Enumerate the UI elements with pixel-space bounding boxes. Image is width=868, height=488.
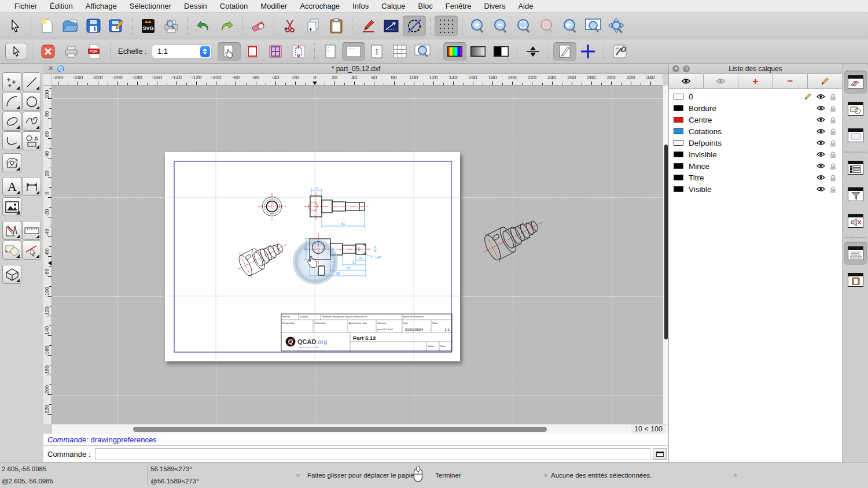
layer-row-cotations[interactable]: Cotations: [669, 125, 842, 137]
line-tool-button[interactable]: [22, 72, 41, 91]
layer-color-swatch[interactable]: [674, 163, 683, 169]
layer-row-bordure[interactable]: Bordure: [669, 102, 842, 114]
multi-page-button[interactable]: [388, 42, 411, 61]
close-preview-button[interactable]: [36, 42, 60, 61]
zoom-window-button[interactable]: [582, 16, 605, 36]
pan-button[interactable]: [605, 16, 628, 36]
bw-mode-button[interactable]: [490, 42, 513, 61]
layer-color-swatch[interactable]: [674, 117, 683, 123]
layer-color-swatch[interactable]: [674, 128, 683, 134]
hatch-tool-button[interactable]: [2, 153, 21, 172]
tab-title[interactable]: * part_05.12.dxf: [43, 65, 668, 73]
pdf-export-button[interactable]: PDF: [83, 42, 106, 61]
lock-icon[interactable]: [830, 116, 836, 124]
print-preview-button[interactable]: [160, 16, 183, 36]
layer-row-0[interactable]: 0: [669, 91, 842, 102]
dock-command-line-button[interactable]: [844, 242, 867, 265]
zoom-previous-button[interactable]: [559, 16, 582, 36]
image-tool-button[interactable]: [2, 197, 21, 216]
auto-fit-button[interactable]: [521, 42, 545, 61]
color-mode-button[interactable]: [443, 42, 466, 61]
measure-tool-button[interactable]: [22, 221, 41, 240]
layer-color-swatch[interactable]: [674, 151, 683, 157]
menu-item-infos[interactable]: Infos: [346, 2, 375, 10]
grayscale-mode-button[interactable]: [466, 42, 490, 61]
eraser-button[interactable]: [247, 16, 270, 36]
zoom-selection-button[interactable]: [536, 16, 559, 36]
eye-icon[interactable]: [816, 163, 825, 169]
zoom-page-button[interactable]: [411, 42, 435, 61]
menu-item-selectionner[interactable]: Sélectionner: [123, 2, 178, 10]
settings-button[interactable]: [608, 42, 631, 61]
circle-tool-button[interactable]: [22, 92, 41, 111]
dimension-tool-button[interactable]: [22, 177, 41, 196]
lock-icon[interactable]: [830, 186, 836, 193]
redo-button[interactable]: [215, 16, 238, 36]
save-button[interactable]: [82, 16, 105, 36]
eye-icon[interactable]: [816, 128, 825, 134]
drafting-sheet-button[interactable]: [553, 42, 576, 61]
lock-icon[interactable]: [830, 128, 836, 135]
layer-color-swatch[interactable]: [674, 140, 683, 146]
pencil-icon[interactable]: [804, 93, 812, 101]
zoom-in-button[interactable]: [466, 16, 490, 36]
pencil-draw-button[interactable]: [356, 16, 380, 36]
horizontal-scrollbar[interactable]: 10 < 100: [52, 424, 668, 434]
paper-border-button[interactable]: [241, 42, 264, 61]
eye-icon[interactable]: [816, 175, 825, 180]
crosshair-button[interactable]: [576, 42, 599, 61]
lock-icon[interactable]: [830, 151, 836, 158]
remove-layer-button[interactable]: −: [773, 74, 808, 88]
arc-tool-button[interactable]: [2, 92, 21, 111]
layer-row-visible[interactable]: Visible: [669, 183, 842, 195]
command-history[interactable]: Commande: drawingpreferences: [43, 434, 668, 446]
undo-button[interactable]: [192, 16, 215, 36]
layer-color-swatch[interactable]: [674, 175, 683, 180]
menu-item-cotation[interactable]: Cotation: [214, 2, 254, 10]
print-button[interactable]: [60, 42, 83, 61]
circle-slash-button[interactable]: [403, 16, 426, 36]
menu-item-affichage[interactable]: Affichage: [79, 2, 123, 10]
add-layer-button[interactable]: +: [738, 74, 773, 88]
layer-row-titre[interactable]: Titre: [669, 172, 842, 183]
horizontal-scrollbar-thumb[interactable]: [133, 427, 547, 432]
drawing-canvas[interactable]: 8 61: [52, 86, 663, 424]
menu-item-dessin[interactable]: Dessin: [178, 2, 214, 10]
layer-color-swatch[interactable]: [674, 94, 683, 99]
viewport-button[interactable]: [287, 42, 310, 61]
dock-notification-button[interactable]: [844, 209, 867, 232]
block-tool-button[interactable]: [2, 241, 21, 260]
landscape-page-button[interactable]: [342, 42, 365, 61]
shapes-tool-button[interactable]: [22, 131, 41, 150]
dock-property-list-button[interactable]: [844, 156, 867, 179]
portrait-page-button[interactable]: [319, 42, 342, 61]
single-page-button[interactable]: 1: [365, 42, 388, 61]
menu-item-bloc[interactable]: Bloc: [411, 2, 439, 10]
menu-item-calque[interactable]: Calque: [375, 2, 411, 10]
eye-icon[interactable]: [816, 151, 825, 157]
layer-row-centre[interactable]: Centre: [669, 114, 842, 125]
menu-item-edition[interactable]: Édition: [43, 2, 79, 10]
pan-paper-button[interactable]: [218, 42, 241, 61]
spline-tool-button[interactable]: [22, 112, 41, 131]
polyline-tool-button[interactable]: [2, 131, 21, 150]
menu-item-aide[interactable]: Aide: [512, 2, 539, 10]
svg-export-button[interactable]: SVG: [137, 16, 160, 36]
drafting-tools-button[interactable]: [2, 221, 21, 240]
menu-item-accrochage[interactable]: Accrochage: [293, 2, 346, 10]
zoom-out-button[interactable]: [490, 16, 513, 36]
eye-icon[interactable]: [816, 140, 825, 146]
dock-clipboard-button[interactable]: [844, 268, 867, 291]
layer-row-mince[interactable]: Mince: [669, 160, 842, 172]
layer-row-invisible[interactable]: Invisible: [669, 149, 842, 160]
vertical-scrollbar[interactable]: [663, 86, 668, 424]
new-file-button[interactable]: [35, 16, 58, 36]
copy-button[interactable]: [301, 16, 325, 36]
layer-row-defpoints[interactable]: Defpoints: [669, 137, 842, 149]
paper-grid-button[interactable]: [264, 42, 287, 61]
menu-item-modifier[interactable]: Modifier: [254, 2, 293, 10]
scale-select[interactable]: 1:1: [152, 45, 212, 58]
lock-icon[interactable]: [830, 174, 836, 182]
layer-color-swatch[interactable]: [674, 186, 683, 192]
lock-icon[interactable]: [830, 105, 836, 112]
